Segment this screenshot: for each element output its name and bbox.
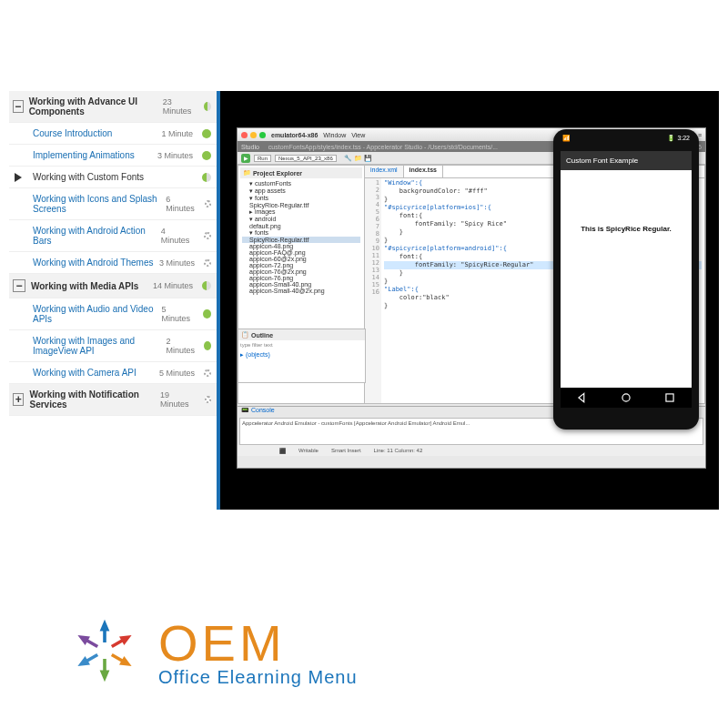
lesson-audio-video[interactable]: Working with Audio and Video APIs 5 Minu… [9, 298, 217, 330]
status-cursor-position: Line: 11 Column: 42 [374, 448, 423, 453]
course-outline-sidebar: − Working with Advance UI Components 23 … [9, 91, 217, 510]
lesson-duration: 6 Minutes [166, 195, 198, 213]
svg-rect-1 [666, 394, 673, 401]
ide-title-app: Studio [241, 144, 259, 150]
progress-indicator-icon [202, 129, 211, 138]
lesson-label: Working with Custom Fonts [33, 172, 144, 182]
line-numbers: 12345678910111213141516 [365, 178, 381, 403]
tree-node[interactable]: default.png [242, 223, 360, 229]
progress-indicator-icon [204, 102, 211, 111]
tree-node[interactable]: ▸ images [242, 208, 360, 216]
tree-node[interactable]: appicon-48.png [242, 243, 360, 249]
outline-panel[interactable]: 📋 Outline type filter text ▸ (objects) [238, 329, 366, 383]
logo-subtitle: Office Elearning Menu [158, 667, 358, 688]
section-duration: 14 Minutes [153, 281, 197, 290]
menu-icon[interactable]: ≡ [698, 132, 702, 138]
tree-node[interactable]: appicon-72.png [242, 262, 360, 268]
lesson-course-intro[interactable]: Course Introduction 1 Minute [9, 123, 217, 145]
tree-node[interactable]: ▾ android [242, 216, 360, 223]
back-icon[interactable] [576, 391, 589, 404]
android-emulator[interactable]: 📶🔋 3:22 Custom Font Example This is Spic… [553, 129, 699, 430]
tree-node[interactable]: appicon-Small-40.png [242, 281, 360, 288]
lesson-label: Working with Android Action Bars [33, 226, 161, 246]
section-title: Working with Advance UI Components [29, 96, 163, 116]
tab-index-tss[interactable]: index.tss [404, 166, 443, 177]
lesson-android-themes[interactable]: Working with Android Themes 3 Minutes [9, 252, 217, 274]
tree-node[interactable]: appicon-76@2x.png [242, 268, 360, 275]
panel-title: Outline [251, 332, 273, 339]
phone-status-bar: 📶🔋 3:22 [562, 135, 690, 142]
progress-indicator-icon [202, 151, 211, 160]
folder-icon: 📁 [243, 169, 251, 177]
filter-input[interactable]: type filter text [238, 340, 365, 349]
lesson-label: Working with Android Themes [33, 258, 153, 268]
window-controls[interactable] [241, 132, 266, 138]
progress-indicator-icon [204, 369, 211, 377]
section-duration: 19 Minutes [160, 390, 198, 409]
lesson-duration: 3 Minutes [159, 258, 198, 268]
run-mode-select[interactable]: Run [254, 155, 271, 162]
panel-title: Project Explorer [253, 170, 302, 177]
arrows-icon [64, 610, 146, 692]
tree-node[interactable]: appicon-60@2x.png [242, 256, 360, 262]
video-viewport[interactable]: emulator64-x86 Window View ▦ Mon 3:35 PM… [217, 91, 719, 510]
menu-view[interactable]: View [351, 132, 365, 138]
android-nav-bar [561, 388, 692, 408]
tree-node[interactable]: SpicyRice-Regular.ttf [242, 202, 360, 208]
lesson-duration: 5 Minutes [161, 305, 197, 323]
tree-node[interactable]: appicon-Small-40@2x.png [242, 288, 360, 294]
progress-indicator-icon [204, 259, 211, 267]
section-media-apis[interactable]: − Working with Media APIs 14 Minutes [9, 274, 217, 298]
section-advance-ui[interactable]: − Working with Advance UI Components 23 … [9, 91, 217, 123]
run-button[interactable]: ▶ [241, 154, 250, 163]
svg-point-0 [622, 394, 630, 401]
lesson-animations[interactable]: Implementing Animations 3 Minutes [9, 145, 217, 167]
lesson-icons-splash[interactable]: Working with Icons and Splash Screens 6 … [9, 188, 217, 220]
phone-screen[interactable]: Custom Font Example This is SpicyRice Re… [561, 151, 692, 408]
lesson-label: Working with Images and ImageView API [33, 336, 166, 356]
app-name: emulator64-x86 [271, 132, 318, 138]
tree-node[interactable]: appicon-FAQ@.png [242, 249, 360, 256]
menu-window[interactable]: Window [323, 132, 346, 138]
lesson-camera-api[interactable]: Working with Camera API 5 Minutes [9, 362, 217, 384]
section-duration: 23 Minutes [163, 97, 198, 116]
minimize-icon[interactable] [250, 132, 257, 138]
lesson-images-imageview[interactable]: Working with Images and ImageView API 2 … [9, 330, 217, 362]
file-tree[interactable]: ▾ customFonts ▾ app assets ▾ fonts Spicy… [240, 178, 362, 296]
progress-indicator-icon [205, 200, 211, 207]
tree-node[interactable]: ▾ fonts [242, 195, 360, 202]
lesson-duration: 3 Minutes [157, 151, 197, 160]
lesson-label: Working with Camera API [33, 368, 136, 378]
console-tab[interactable]: Console [251, 407, 275, 413]
run-target-select[interactable]: Nexus_5_API_23_x86 [275, 155, 337, 162]
collapse-icon: − [13, 100, 24, 113]
tree-node[interactable]: ▾ fonts [242, 229, 360, 237]
progress-indicator-icon [202, 173, 211, 182]
lesson-action-bars[interactable]: Working with Android Action Bars 4 Minut… [9, 220, 217, 252]
recents-icon[interactable] [663, 391, 676, 404]
section-notification-services[interactable]: + Working with Notification Services 19 … [9, 384, 217, 416]
outline-item[interactable]: ▸ (objects) [238, 349, 365, 360]
status-bar: ⬛ Writable Smart Insert Line: 11 Column:… [238, 445, 705, 456]
ide-title-path: customFontsApp/styles/index.tss - Appcel… [268, 144, 498, 150]
lesson-label: Working with Icons and Splash Screens [33, 194, 166, 214]
progress-indicator-icon [202, 281, 211, 290]
tree-node[interactable]: ▾ app assets [242, 187, 360, 195]
status-writable: Writable [298, 448, 318, 453]
home-icon[interactable] [620, 391, 632, 404]
maximize-icon[interactable] [259, 132, 266, 138]
lesson-label: Working with Audio and Video APIs [33, 304, 161, 324]
lesson-custom-fonts[interactable]: Working with Custom Fonts [9, 167, 217, 188]
status-insert-mode: Smart Insert [331, 448, 361, 453]
app-body-text: This is SpicyRice Regular. [561, 170, 692, 288]
tab-index-xml[interactable]: index.xml [365, 166, 404, 177]
section-title: Working with Notification Services [29, 389, 160, 410]
tree-node[interactable]: ▾ customFonts [242, 180, 360, 187]
tree-node[interactable]: SpicyRice-Regular.ttf [242, 237, 360, 243]
progress-indicator-icon [204, 341, 211, 350]
progress-indicator-icon [204, 232, 211, 239]
tree-node[interactable]: appicon-76.png [242, 275, 360, 281]
section-title: Working with Media APIs [31, 281, 138, 291]
close-icon[interactable] [241, 132, 248, 138]
lesson-duration: 1 Minute [161, 129, 197, 138]
